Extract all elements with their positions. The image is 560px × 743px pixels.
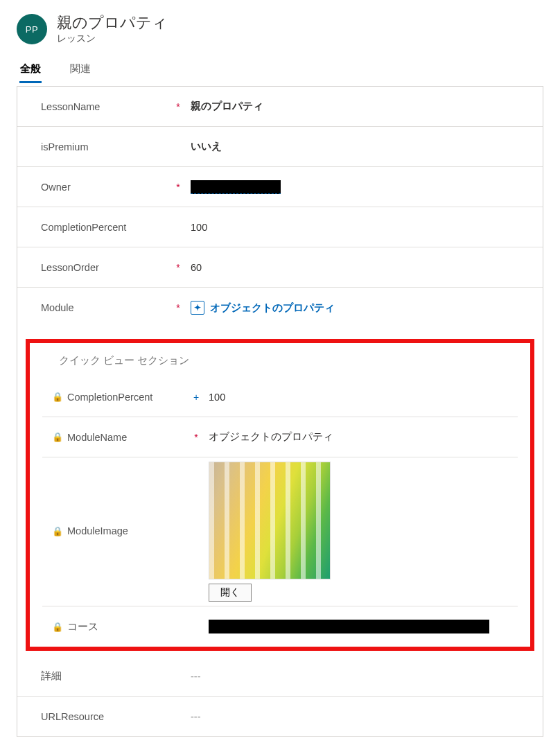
tab-related[interactable]: 関連 bbox=[69, 60, 91, 83]
required-mark: * bbox=[173, 262, 184, 273]
qv-modulename-value: オブジェクトのプロパティ bbox=[202, 430, 518, 444]
qv-completionpercent: 🔒 CompletionPercent + 100 bbox=[42, 377, 518, 417]
page-subtitle: レッスン bbox=[57, 33, 168, 44]
qv-moduleimage: 🔒 ModuleImage 開く bbox=[42, 457, 518, 606]
lookup-icon: ✦ bbox=[191, 301, 204, 315]
required-mark: * bbox=[173, 302, 184, 313]
owner-redacted bbox=[191, 180, 281, 194]
field-owner[interactable]: Owner * bbox=[17, 167, 543, 207]
entity-badge: PP bbox=[17, 14, 47, 44]
field-module[interactable]: Module * ✦ オブジェクトのプロパティ bbox=[17, 288, 543, 328]
field-urlresource[interactable]: URLResource --- bbox=[17, 697, 543, 737]
form-panel: LessonName * 親のプロパティ isPremium いいえ Owner… bbox=[17, 86, 543, 737]
field-detail[interactable]: 詳細 --- bbox=[17, 656, 543, 697]
course-redacted bbox=[209, 620, 489, 633]
owner-value[interactable] bbox=[184, 180, 543, 194]
field-ispremium[interactable]: isPremium いいえ bbox=[17, 127, 543, 167]
field-lessonorder[interactable]: LessonOrder * 60 bbox=[17, 247, 543, 288]
module-link[interactable]: オブジェクトのプロパティ bbox=[210, 301, 335, 315]
lock-icon: 🔒 bbox=[52, 526, 63, 536]
detail-value: --- bbox=[184, 671, 543, 682]
lock-icon: 🔒 bbox=[52, 392, 63, 402]
required-mark: * bbox=[173, 101, 184, 112]
recommended-mark: + bbox=[191, 392, 202, 403]
tab-general[interactable]: 全般 bbox=[19, 60, 42, 83]
urlresource-value: --- bbox=[184, 711, 543, 722]
field-lessonname[interactable]: LessonName * 親のプロパティ bbox=[17, 87, 543, 127]
qv-completion-value: 100 bbox=[202, 392, 518, 403]
required-mark: * bbox=[191, 432, 202, 443]
quickview-title: クイック ビュー セクション bbox=[42, 351, 518, 377]
lessonname-value: 親のプロパティ bbox=[184, 100, 543, 113]
quick-view-section: クイック ビュー セクション 🔒 CompletionPercent + 100… bbox=[26, 339, 534, 651]
tabs: 全般 関連 bbox=[17, 60, 543, 83]
lessonorder-value: 60 bbox=[184, 262, 543, 273]
lock-icon: 🔒 bbox=[52, 622, 63, 632]
qv-course: 🔒 コース bbox=[42, 606, 518, 647]
page-title: 親のプロパティ bbox=[57, 14, 168, 32]
field-completionpercent[interactable]: CompletionPercent 100 bbox=[17, 207, 543, 247]
record-header: PP 親のプロパティ レッスン bbox=[17, 14, 543, 44]
module-lookup[interactable]: ✦ オブジェクトのプロパティ bbox=[184, 301, 543, 315]
module-image-thumbnail[interactable] bbox=[209, 462, 331, 579]
completionpercent-value: 100 bbox=[184, 222, 543, 233]
ispremium-value: いいえ bbox=[184, 140, 543, 153]
qv-course-value[interactable] bbox=[202, 620, 518, 633]
lock-icon: 🔒 bbox=[52, 432, 63, 442]
open-image-button[interactable]: 開く bbox=[209, 584, 252, 602]
required-mark: * bbox=[173, 182, 184, 193]
qv-modulename: 🔒 ModuleName * オブジェクトのプロパティ bbox=[42, 417, 518, 457]
